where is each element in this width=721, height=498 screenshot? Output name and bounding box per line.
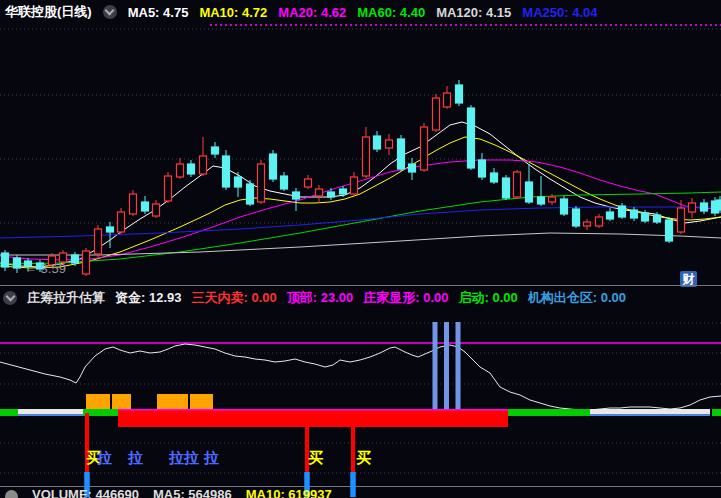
accumulation-block[interactable]	[157, 394, 188, 409]
ma-value: MA120: 4.15	[436, 5, 511, 20]
indicator-field: 顶部: 23.00	[287, 289, 353, 307]
accumulation-block[interactable]	[112, 394, 131, 409]
candles[interactable]	[2, 80, 721, 276]
indicator-title: 庄筹拉升估算	[27, 289, 105, 307]
ma-values: MA5: 4.75MA10: 4.72MA20: 4.62MA60: 4.40M…	[128, 5, 598, 20]
signal-bar[interactable]	[433, 322, 438, 413]
volume-header: VOLUME: 446690MA5: 564986MA10: 619937	[0, 487, 721, 498]
candlestick-chart[interactable]: ← 3.59	[0, 24, 721, 286]
indicator-values: 资金: 12.93三天内卖: 0.00顶部: 23.00庄家显形: 0.00启动…	[115, 289, 626, 307]
chevron-down-icon	[105, 6, 115, 16]
signal-text: 买	[308, 449, 323, 466]
indicator-field: 资金: 12.93	[115, 289, 181, 307]
indicator-chart[interactable]: 买拉拉拉拉拉买买	[0, 309, 721, 498]
accumulation-block[interactable]	[86, 394, 110, 409]
ma-value: MA10: 4.72	[199, 5, 267, 20]
low-price-label: ← 3.59	[24, 261, 66, 276]
signal-bar[interactable]	[444, 322, 449, 413]
ma-value: MA5: 4.75	[128, 5, 189, 20]
indicator-header: 庄筹拉升估算 资金: 12.93三天内卖: 0.00顶部: 23.00庄家显形:…	[0, 287, 721, 308]
ma-value: MA60: 4.40	[357, 5, 425, 20]
main-chart-header: 华联控股(日线) MA5: 4.75MA10: 4.72MA20: 4.62MA…	[0, 0, 721, 24]
signal-text: 买	[356, 449, 371, 466]
stock-app-window: { "main_header": { "title": "华联控股(日线)", …	[0, 0, 721, 498]
collapse-indicator-icon[interactable]	[3, 291, 17, 305]
collapse-volume-icon[interactable]	[5, 490, 18, 498]
volume-values: VOLUME: 446690MA5: 564986MA10: 619937	[32, 487, 332, 498]
signal-bar[interactable]	[456, 322, 461, 413]
signal-text: 拉	[127, 449, 143, 466]
signal-text: 拉	[203, 449, 219, 466]
ma-value: MA20: 4.62	[278, 5, 346, 20]
stock-title: 华联控股(日线)	[5, 3, 92, 21]
indicator-field: 启动: 0.00	[458, 289, 517, 307]
volume-field: MA5: 564986	[153, 487, 232, 498]
ma-value: MA250: 4.04	[522, 5, 597, 20]
collapse-main-icon[interactable]	[103, 5, 117, 19]
control-zone-bar[interactable]	[118, 409, 508, 427]
signal-dropline	[351, 427, 355, 472]
indicator-field: 三天内卖: 0.00	[191, 289, 276, 307]
accumulation-block[interactable]	[190, 394, 213, 409]
signal-text: 拉	[96, 449, 112, 466]
chevron-down-icon	[5, 291, 15, 301]
volume-field: VOLUME: 446690	[32, 487, 139, 498]
signal-text: 拉拉	[168, 449, 199, 466]
volume-field: MA10: 619937	[246, 487, 332, 498]
indicator-field: 庄家显形: 0.00	[363, 289, 448, 307]
indicator-field: 机构出仓区: 0.00	[528, 289, 626, 307]
pane-divider-top[interactable]	[0, 285, 721, 286]
